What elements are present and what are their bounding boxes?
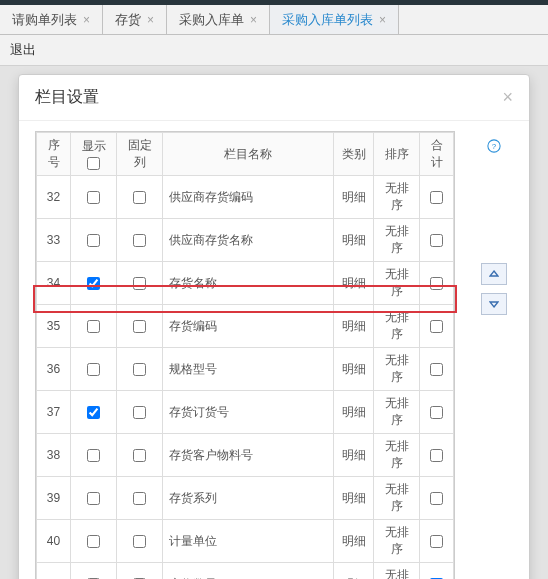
th-sum[interactable]: 合计 (420, 133, 454, 176)
cell-type: 明细 (334, 176, 374, 219)
cell-type: 明细 (334, 434, 374, 477)
fixed-checkbox[interactable] (133, 234, 146, 247)
cell-type: 明细 (334, 305, 374, 348)
show-checkbox[interactable] (87, 277, 100, 290)
modal-header: 栏目设置 × (19, 75, 529, 121)
cell-name: 供应商存货编码 (163, 176, 334, 219)
sum-checkbox[interactable] (430, 449, 443, 462)
modal-title: 栏目设置 (35, 87, 99, 108)
th-seq[interactable]: 序号 (37, 133, 71, 176)
th-show[interactable]: 显示 (71, 133, 117, 176)
fixed-checkbox[interactable] (133, 277, 146, 290)
cell-sort[interactable]: 无排序 (374, 391, 420, 434)
cell-type: 明细 (334, 520, 374, 563)
cell-sort[interactable]: 无排序 (374, 434, 420, 477)
cell-seq: 37 (37, 391, 71, 434)
cell-sort[interactable]: 无排序 (374, 305, 420, 348)
cell-name: 规格型号 (163, 348, 334, 391)
sum-checkbox[interactable] (430, 363, 443, 376)
fixed-checkbox[interactable] (133, 320, 146, 333)
cell-name: 存货系列 (163, 477, 334, 520)
sum-checkbox[interactable] (430, 535, 443, 548)
cell-seq: 36 (37, 348, 71, 391)
cell-type: 明细 (334, 348, 374, 391)
th-sort[interactable]: 排序 (374, 133, 420, 176)
cell-seq: 32 (37, 176, 71, 219)
show-checkbox[interactable] (87, 234, 100, 247)
show-checkbox[interactable] (87, 449, 100, 462)
cell-name: 存货订货号 (163, 391, 334, 434)
show-all-checkbox[interactable] (87, 157, 100, 170)
table-row[interactable]: 32供应商存货编码明细无排序 (37, 176, 454, 219)
sum-checkbox[interactable] (430, 277, 443, 290)
cell-name: 供应商存货名称 (163, 219, 334, 262)
cell-seq: 41 (37, 563, 71, 580)
svg-text:?: ? (492, 142, 497, 151)
fixed-checkbox[interactable] (133, 363, 146, 376)
cell-type: 明细 (334, 477, 374, 520)
show-checkbox[interactable] (87, 363, 100, 376)
cell-name: 存货客户物料号 (163, 434, 334, 477)
cell-sort[interactable]: 无排序 (374, 563, 420, 580)
cell-seq: 33 (37, 219, 71, 262)
reorder-buttons (481, 263, 507, 315)
show-checkbox[interactable] (87, 406, 100, 419)
columns-table: 序号 显示 固定列 栏目名称 类别 排序 合计 32供应商存货编码明细无排序33… (36, 132, 454, 579)
help-icon[interactable]: ? (487, 139, 501, 156)
cell-type: 明细 (334, 563, 374, 580)
cell-name: 应收数量 (163, 563, 334, 580)
table-row[interactable]: 33供应商存货名称明细无排序 (37, 219, 454, 262)
th-fixed[interactable]: 固定列 (117, 133, 163, 176)
show-checkbox[interactable] (87, 492, 100, 505)
sum-checkbox[interactable] (430, 191, 443, 204)
table-row[interactable]: 40计量单位明细无排序 (37, 520, 454, 563)
sum-checkbox[interactable] (430, 320, 443, 333)
cell-seq: 39 (37, 477, 71, 520)
cell-seq: 38 (37, 434, 71, 477)
move-down-button[interactable] (481, 293, 507, 315)
th-type[interactable]: 类别 (334, 133, 374, 176)
fixed-checkbox[interactable] (133, 191, 146, 204)
table-row[interactable]: 39存货系列明细无排序 (37, 477, 454, 520)
cell-type: 明细 (334, 219, 374, 262)
table-row[interactable]: 41应收数量明细无排序 (37, 563, 454, 580)
cell-seq: 40 (37, 520, 71, 563)
table-row[interactable]: 37存货订货号明细无排序 (37, 391, 454, 434)
cell-sort[interactable]: 无排序 (374, 477, 420, 520)
cell-sort[interactable]: 无排序 (374, 348, 420, 391)
fixed-checkbox[interactable] (133, 406, 146, 419)
th-name[interactable]: 栏目名称 (163, 133, 334, 176)
show-checkbox[interactable] (87, 320, 100, 333)
show-checkbox[interactable] (87, 191, 100, 204)
move-up-button[interactable] (481, 263, 507, 285)
column-settings-modal: 栏目设置 × ? 序号 显示 固定列 栏目名称 类别 排序 合计 (18, 74, 530, 579)
cell-name: 计量单位 (163, 520, 334, 563)
sum-checkbox[interactable] (430, 406, 443, 419)
cell-type: 明细 (334, 262, 374, 305)
fixed-checkbox[interactable] (133, 492, 146, 505)
columns-table-wrap: 序号 显示 固定列 栏目名称 类别 排序 合计 32供应商存货编码明细无排序33… (35, 131, 455, 579)
fixed-checkbox[interactable] (133, 535, 146, 548)
cell-name: 存货名称 (163, 262, 334, 305)
cell-sort[interactable]: 无排序 (374, 176, 420, 219)
cell-seq: 35 (37, 305, 71, 348)
show-checkbox[interactable] (87, 535, 100, 548)
close-icon[interactable]: × (502, 87, 513, 108)
modal-body: ? 序号 显示 固定列 栏目名称 类别 排序 合计 32供应商存货编码明细无排序… (19, 121, 529, 579)
table-row[interactable]: 34存货名称明细无排序 (37, 262, 454, 305)
cell-seq: 34 (37, 262, 71, 305)
cell-name: 存货编码 (163, 305, 334, 348)
cell-type: 明细 (334, 391, 374, 434)
fixed-checkbox[interactable] (133, 449, 146, 462)
cell-sort[interactable]: 无排序 (374, 262, 420, 305)
sum-checkbox[interactable] (430, 234, 443, 247)
table-row[interactable]: 38存货客户物料号明细无排序 (37, 434, 454, 477)
cell-sort[interactable]: 无排序 (374, 219, 420, 262)
cell-sort[interactable]: 无排序 (374, 520, 420, 563)
table-header-row: 序号 显示 固定列 栏目名称 类别 排序 合计 (37, 133, 454, 176)
sum-checkbox[interactable] (430, 492, 443, 505)
table-row[interactable]: 35存货编码明细无排序 (37, 305, 454, 348)
table-row[interactable]: 36规格型号明细无排序 (37, 348, 454, 391)
